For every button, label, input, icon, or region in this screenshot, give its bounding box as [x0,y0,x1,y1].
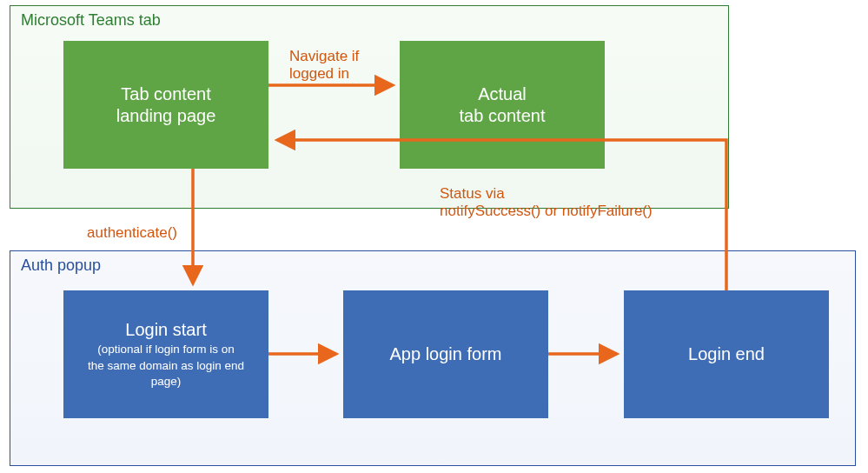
node-actual-tab-content: Actual tab content [400,41,605,169]
node-tab-content-landing: Tab content landing page [63,41,268,169]
edge-label-authenticate: authenticate() [87,224,177,242]
edge-label-navigate: Navigate if logged in [289,48,359,83]
node-app-login-form: App login form [343,290,548,418]
node-login-end: Login end [624,290,829,418]
node-landing-line2: landing page [116,105,216,127]
node-login-end-title: Login end [688,343,765,365]
node-login-start: Login start (optional if login form is o… [63,290,268,418]
node-login-start-sub1: (optional if login form is on [97,343,235,357]
node-login-start-title: Login start [125,319,206,341]
edge-label-navigate-l1: Navigate if [289,48,359,65]
node-login-start-sub3: page) [151,375,182,390]
node-login-start-sub2: the same domain as login end [88,359,244,374]
node-actual-line2: tab content [460,105,546,127]
edge-label-authenticate-text: authenticate() [87,224,177,241]
diagram-canvas: Microsoft Teams tab Auth popup Tab conte… [0,0,868,473]
edge-label-status-l2: notifySuccess() or notifyFailure() [440,203,653,220]
node-landing-line1: Tab content [121,83,210,105]
frame-teams-label: Microsoft Teams tab [21,11,161,30]
node-login-form-title: App login form [390,343,502,365]
edge-label-status: Status via notifySuccess() or notifyFail… [440,185,653,221]
edge-label-status-l1: Status via [440,185,653,203]
node-actual-line1: Actual [478,83,527,105]
edge-label-navigate-l2: logged in [289,65,359,83]
frame-auth-label: Auth popup [21,256,101,275]
